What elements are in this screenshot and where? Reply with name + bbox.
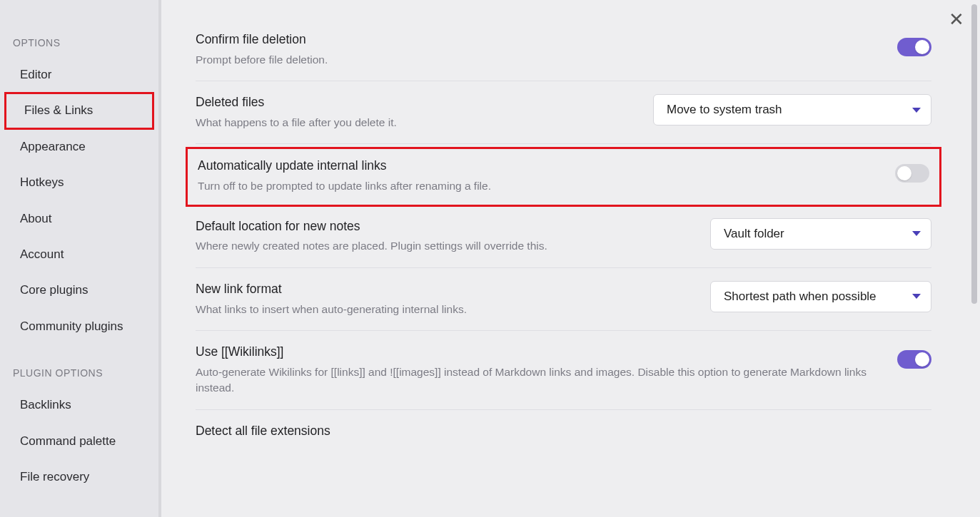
confirm-file-deletion-toggle[interactable] (897, 38, 931, 56)
setting-default-location-new-notes: Default location for new notes Where new… (196, 205, 931, 268)
sidebar-item-label: Community plugins (20, 319, 123, 333)
dropdown-value: Move to system trash (667, 103, 782, 117)
sidebar-item-label: Command palette (20, 434, 116, 448)
setting-detect-all-file-extensions: Detect all file extensions (196, 410, 931, 456)
default-location-dropdown[interactable]: Vault folder (710, 218, 931, 250)
sidebar-item-file-recovery[interactable]: File recovery (0, 459, 158, 495)
sidebar-item-command-palette[interactable]: Command palette (0, 424, 158, 459)
sidebar-item-account[interactable]: Account (0, 237, 158, 272)
dropdown-value: Vault folder (724, 227, 784, 241)
use-wikilinks-toggle[interactable] (897, 350, 931, 369)
settings-sidebar: OPTIONS Editor Files & Links Appearance … (0, 0, 161, 517)
sidebar-item-label: Editor (20, 68, 51, 81)
sidebar-item-hotkeys[interactable]: Hotkeys (0, 165, 158, 200)
sidebar-item-label: About (20, 212, 51, 225)
new-link-format-dropdown[interactable]: Shortest path when possible (710, 281, 931, 312)
chevron-down-icon (912, 294, 921, 299)
setting-description: What happens to a file after you delete … (196, 115, 636, 130)
auto-update-links-toggle[interactable] (895, 164, 929, 183)
toggle-knob (915, 352, 929, 367)
setting-title: New link format (196, 281, 693, 297)
sidebar-item-label: Backlinks (20, 398, 71, 411)
setting-deleted-files: Deleted files What happens to a file aft… (196, 81, 931, 144)
toggle-knob (915, 40, 929, 54)
sidebar-item-editor[interactable]: Editor (0, 57, 158, 93)
setting-description: Where newly created notes are placed. Pl… (196, 238, 693, 254)
setting-title: Confirm file deletion (196, 31, 880, 48)
sidebar-item-label: Hotkeys (20, 175, 64, 189)
close-icon: ✕ (949, 9, 964, 30)
sidebar-item-community-plugins[interactable]: Community plugins (0, 309, 158, 344)
chevron-down-icon (912, 108, 921, 113)
dropdown-value: Shortest path when possible (724, 290, 877, 304)
setting-title: Deleted files (196, 94, 636, 111)
settings-content: ✕ Confirm file deletion Prompt before fi… (161, 0, 980, 517)
sidebar-item-core-plugins[interactable]: Core plugins (0, 272, 158, 308)
setting-confirm-file-deletion: Confirm file deletion Prompt before file… (196, 31, 931, 81)
sidebar-item-appearance[interactable]: Appearance (0, 129, 158, 165)
scrollbar-thumb[interactable] (971, 4, 977, 304)
sidebar-section-plugin-options-header: PLUGIN OPTIONS (0, 362, 158, 387)
setting-title: Automatically update internal links (198, 158, 878, 174)
sidebar-section-options-header: OPTIONS (0, 31, 158, 57)
setting-title: Use [[Wikilinks]] (196, 344, 880, 360)
setting-description: Turn off to be prompted to update links … (198, 178, 878, 194)
settings-list: Confirm file deletion Prompt before file… (161, 0, 967, 456)
sidebar-item-label: Appearance (20, 140, 86, 153)
setting-title: Default location for new notes (196, 218, 693, 235)
chevron-down-icon (912, 231, 921, 236)
sidebar-item-label: Account (20, 247, 64, 261)
setting-use-wikilinks: Use [[Wikilinks]] Auto-generate Wikilink… (196, 331, 931, 410)
sidebar-item-label: Files & Links (24, 103, 93, 117)
sidebar-item-files-links[interactable]: Files & Links (4, 92, 154, 129)
setting-description: What links to insert when auto-generatin… (196, 302, 693, 317)
close-button[interactable]: ✕ (949, 10, 964, 29)
sidebar-item-backlinks[interactable]: Backlinks (0, 387, 158, 423)
toggle-knob (897, 166, 911, 180)
sidebar-item-about[interactable]: About (0, 201, 158, 237)
settings-modal: OPTIONS Editor Files & Links Appearance … (0, 0, 980, 517)
setting-description: Prompt before file deletion. (196, 52, 880, 68)
setting-new-link-format: New link format What links to insert whe… (196, 268, 931, 331)
setting-description: Auto-generate Wikilinks for [[links]] an… (196, 364, 880, 396)
sidebar-item-label: Core plugins (20, 283, 88, 297)
deleted-files-dropdown[interactable]: Move to system trash (653, 94, 931, 126)
sidebar-item-label: File recovery (20, 470, 89, 483)
setting-title: Detect all file extensions (196, 423, 931, 439)
setting-auto-update-internal-links: Automatically update internal links Turn… (186, 147, 941, 206)
